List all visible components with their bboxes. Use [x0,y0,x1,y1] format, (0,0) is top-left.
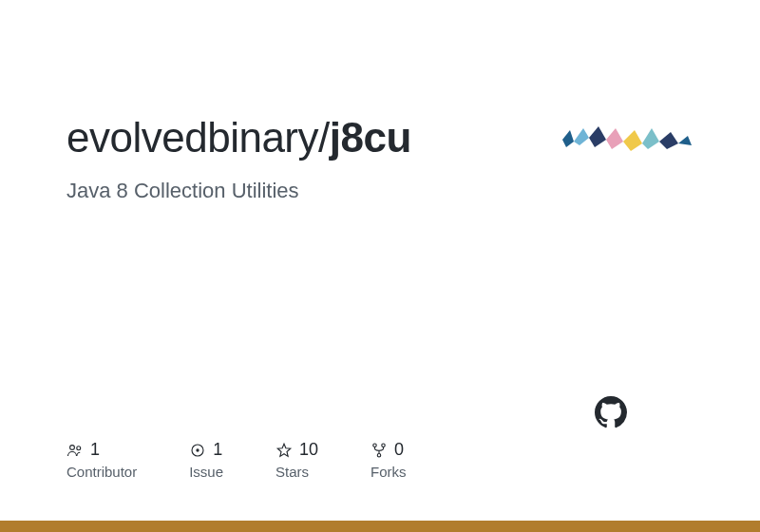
repo-owner: evolvedbinary [66,114,318,161]
repo-title: evolvedbinary/j8cu [66,114,411,162]
fork-icon [370,442,388,459]
stats-row: 1 Contributor 1 Issue 10 Stars [66,440,694,480]
github-logo-icon [595,396,627,432]
svg-point-8 [70,445,75,449]
stat-label: Stars [276,464,318,480]
stat-label: Contributor [66,464,137,480]
svg-point-14 [382,444,385,446]
repo-card: evolvedbinary/j8cu Java 8 Collection Uti… [0,0,760,532]
svg-point-13 [373,444,376,446]
svg-marker-0 [562,130,574,147]
stat-label: Forks [370,464,407,480]
svg-point-11 [197,448,200,451]
svg-marker-3 [606,128,623,149]
stat-value: 0 [394,440,404,460]
svg-marker-1 [574,128,589,145]
svg-marker-12 [277,444,291,456]
people-icon [66,442,84,459]
svg-marker-6 [659,132,678,149]
svg-marker-4 [623,130,642,151]
star-icon [276,442,293,459]
stat-forks: 0 Forks [370,440,407,480]
stat-issues: 1 Issue [189,440,223,480]
svg-marker-2 [589,126,606,147]
svg-marker-7 [678,136,692,145]
svg-point-9 [77,446,81,449]
stat-value: 1 [213,440,222,460]
slash-separator: / [318,114,330,161]
title-row: evolvedbinary/j8cu [66,114,694,162]
stat-stars: 10 Stars [276,440,318,480]
owner-logo [560,119,694,157]
repo-description: Java 8 Collection Utilities [66,179,694,203]
stat-value: 1 [90,440,100,460]
stat-value: 10 [299,440,318,460]
svg-marker-5 [642,128,659,149]
repo-name: j8cu [330,114,411,161]
stat-contributors: 1 Contributor [66,440,137,480]
issue-icon [189,442,206,459]
stat-label: Issue [189,464,223,480]
accent-bar [0,521,760,532]
svg-point-15 [377,453,380,456]
